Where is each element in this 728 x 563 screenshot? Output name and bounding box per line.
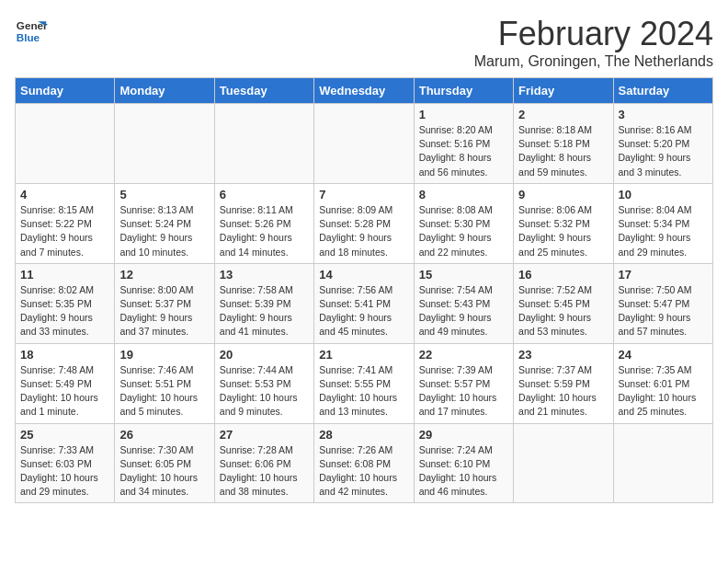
day-cell <box>214 104 313 184</box>
day-number: 16 <box>518 268 608 282</box>
day-info: Sunrise: 7:35 AMSunset: 6:01 PMDaylight:… <box>619 363 708 419</box>
day-number: 12 <box>119 268 209 282</box>
day-cell: 6Sunrise: 8:11 AMSunset: 5:26 PMDaylight… <box>214 183 313 263</box>
column-header-thursday: Thursday <box>414 78 513 104</box>
day-cell: 11Sunrise: 8:02 AMSunset: 5:35 PMDayligh… <box>16 263 115 343</box>
day-number: 3 <box>619 108 708 121</box>
day-cell: 13Sunrise: 7:58 AMSunset: 5:39 PMDayligh… <box>214 263 313 343</box>
column-header-saturday: Saturday <box>613 78 712 104</box>
page-header: General Blue February 2024 Marum, Gronin… <box>15 15 713 70</box>
calendar-table: SundayMondayTuesdayWednesdayThursdayFrid… <box>15 77 713 503</box>
logo-icon: General Blue <box>15 15 48 48</box>
day-info: Sunrise: 8:13 AMSunset: 5:24 PMDaylight:… <box>119 203 209 259</box>
day-number: 4 <box>20 188 109 201</box>
svg-text:Blue: Blue <box>17 31 40 43</box>
day-cell: 1Sunrise: 8:20 AMSunset: 5:16 PMDaylight… <box>414 104 513 184</box>
month-title: February 2024 <box>474 15 713 53</box>
day-number: 14 <box>319 268 408 282</box>
week-row-2: 4Sunrise: 8:15 AMSunset: 5:22 PMDaylight… <box>16 183 713 263</box>
day-info: Sunrise: 7:48 AMSunset: 5:49 PMDaylight:… <box>20 363 109 419</box>
day-info: Sunrise: 8:20 AMSunset: 5:16 PMDaylight:… <box>419 123 508 179</box>
day-info: Sunrise: 7:28 AMSunset: 6:06 PMDaylight:… <box>220 443 309 500</box>
day-number: 6 <box>220 188 309 201</box>
day-cell <box>613 423 712 503</box>
day-info: Sunrise: 7:50 AMSunset: 5:47 PMDaylight:… <box>619 283 708 339</box>
week-row-5: 25Sunrise: 7:33 AMSunset: 6:03 PMDayligh… <box>16 423 713 503</box>
day-number: 11 <box>20 268 109 282</box>
day-cell: 10Sunrise: 8:04 AMSunset: 5:34 PMDayligh… <box>613 183 712 263</box>
day-cell: 26Sunrise: 7:30 AMSunset: 6:05 PMDayligh… <box>115 423 214 503</box>
day-info: Sunrise: 8:11 AMSunset: 5:26 PMDaylight:… <box>220 203 309 259</box>
column-header-friday: Friday <box>514 78 613 104</box>
day-number: 24 <box>619 348 708 362</box>
column-header-monday: Monday <box>115 78 214 104</box>
day-cell <box>514 423 613 503</box>
day-number: 5 <box>119 188 209 201</box>
day-cell: 2Sunrise: 8:18 AMSunset: 5:18 PMDaylight… <box>514 104 613 184</box>
week-row-1: 1Sunrise: 8:20 AMSunset: 5:16 PMDaylight… <box>16 104 713 184</box>
day-info: Sunrise: 7:37 AMSunset: 5:59 PMDaylight:… <box>518 363 608 419</box>
day-cell: 15Sunrise: 7:54 AMSunset: 5:43 PMDayligh… <box>414 263 513 343</box>
day-info: Sunrise: 8:09 AMSunset: 5:28 PMDaylight:… <box>319 203 408 259</box>
day-number: 23 <box>518 348 608 362</box>
day-cell: 22Sunrise: 7:39 AMSunset: 5:57 PMDayligh… <box>414 343 513 423</box>
day-cell <box>115 104 214 184</box>
day-cell: 25Sunrise: 7:33 AMSunset: 6:03 PMDayligh… <box>16 423 115 503</box>
day-cell <box>314 104 414 184</box>
column-header-sunday: Sunday <box>16 78 115 104</box>
day-cell: 29Sunrise: 7:24 AMSunset: 6:10 PMDayligh… <box>414 423 513 503</box>
day-number: 28 <box>319 428 408 442</box>
logo: General Blue <box>15 15 48 48</box>
day-number: 7 <box>319 188 408 201</box>
title-area: February 2024 Marum, Groningen, The Neth… <box>474 15 713 70</box>
day-number: 1 <box>419 108 508 121</box>
day-cell: 18Sunrise: 7:48 AMSunset: 5:49 PMDayligh… <box>16 343 115 423</box>
day-number: 8 <box>419 188 508 201</box>
day-number: 29 <box>419 428 508 442</box>
day-number: 18 <box>20 348 109 362</box>
day-number: 13 <box>220 268 309 282</box>
day-info: Sunrise: 7:26 AMSunset: 6:08 PMDaylight:… <box>319 443 408 500</box>
day-cell: 27Sunrise: 7:28 AMSunset: 6:06 PMDayligh… <box>214 423 313 503</box>
day-cell: 7Sunrise: 8:09 AMSunset: 5:28 PMDaylight… <box>314 183 414 263</box>
day-number: 9 <box>518 188 608 201</box>
day-number: 2 <box>518 108 608 121</box>
day-cell: 17Sunrise: 7:50 AMSunset: 5:47 PMDayligh… <box>613 263 712 343</box>
day-info: Sunrise: 8:18 AMSunset: 5:18 PMDaylight:… <box>518 123 608 179</box>
day-info: Sunrise: 7:30 AMSunset: 6:05 PMDaylight:… <box>119 443 209 500</box>
day-cell: 21Sunrise: 7:41 AMSunset: 5:55 PMDayligh… <box>314 343 414 423</box>
day-cell: 4Sunrise: 8:15 AMSunset: 5:22 PMDaylight… <box>16 183 115 263</box>
day-info: Sunrise: 8:00 AMSunset: 5:37 PMDaylight:… <box>119 283 209 339</box>
day-number: 25 <box>20 428 109 442</box>
day-cell: 14Sunrise: 7:56 AMSunset: 5:41 PMDayligh… <box>314 263 414 343</box>
day-number: 15 <box>419 268 508 282</box>
day-info: Sunrise: 7:46 AMSunset: 5:51 PMDaylight:… <box>119 363 209 419</box>
day-cell: 8Sunrise: 8:08 AMSunset: 5:30 PMDaylight… <box>414 183 513 263</box>
day-number: 27 <box>220 428 309 442</box>
day-info: Sunrise: 8:08 AMSunset: 5:30 PMDaylight:… <box>419 203 508 259</box>
day-cell: 5Sunrise: 8:13 AMSunset: 5:24 PMDaylight… <box>115 183 214 263</box>
svg-text:General: General <box>17 19 48 31</box>
day-number: 17 <box>619 268 708 282</box>
day-number: 20 <box>220 348 309 362</box>
day-info: Sunrise: 7:54 AMSunset: 5:43 PMDaylight:… <box>419 283 508 339</box>
day-cell: 28Sunrise: 7:26 AMSunset: 6:08 PMDayligh… <box>314 423 414 503</box>
day-number: 22 <box>419 348 508 362</box>
day-cell: 3Sunrise: 8:16 AMSunset: 5:20 PMDaylight… <box>613 104 712 184</box>
day-cell <box>16 104 115 184</box>
day-info: Sunrise: 7:56 AMSunset: 5:41 PMDaylight:… <box>319 283 408 339</box>
day-cell: 23Sunrise: 7:37 AMSunset: 5:59 PMDayligh… <box>514 343 613 423</box>
day-info: Sunrise: 8:02 AMSunset: 5:35 PMDaylight:… <box>20 283 109 339</box>
column-header-wednesday: Wednesday <box>314 78 414 104</box>
day-number: 10 <box>619 188 708 201</box>
day-cell: 20Sunrise: 7:44 AMSunset: 5:53 PMDayligh… <box>214 343 313 423</box>
day-cell: 9Sunrise: 8:06 AMSunset: 5:32 PMDaylight… <box>514 183 613 263</box>
calendar-header-row: SundayMondayTuesdayWednesdayThursdayFrid… <box>16 78 713 104</box>
day-info: Sunrise: 7:24 AMSunset: 6:10 PMDaylight:… <box>419 443 508 500</box>
calendar-body: 1Sunrise: 8:20 AMSunset: 5:16 PMDaylight… <box>16 104 713 503</box>
day-number: 21 <box>319 348 408 362</box>
day-info: Sunrise: 8:16 AMSunset: 5:20 PMDaylight:… <box>619 123 708 179</box>
day-number: 19 <box>119 348 209 362</box>
day-info: Sunrise: 7:41 AMSunset: 5:55 PMDaylight:… <box>319 363 408 419</box>
week-row-4: 18Sunrise: 7:48 AMSunset: 5:49 PMDayligh… <box>16 343 713 423</box>
